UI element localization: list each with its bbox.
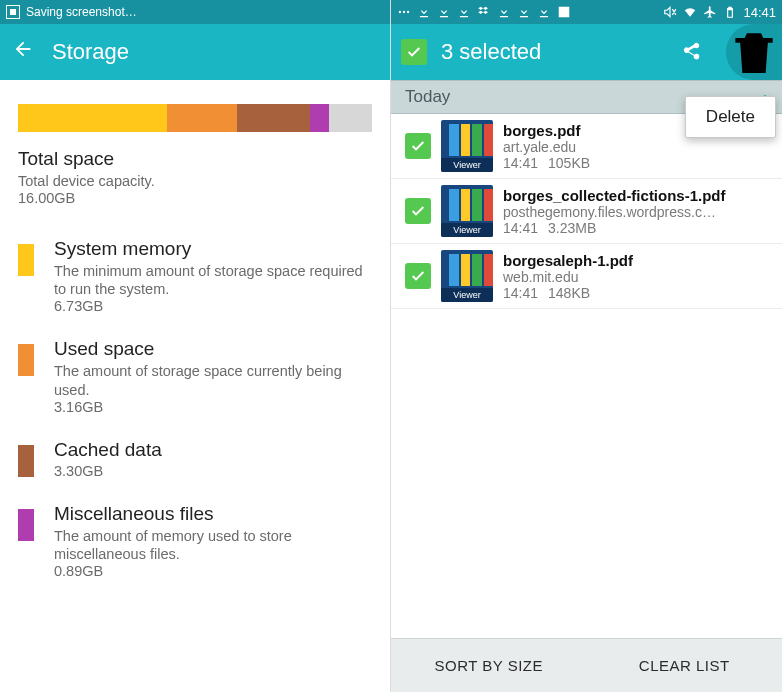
mute-icon xyxy=(663,5,677,19)
download-icon xyxy=(517,5,531,19)
storage-item-title: System memory xyxy=(54,238,372,260)
thumb-label: Viewer xyxy=(441,158,493,172)
file-thumbnail: Viewer xyxy=(441,185,493,237)
color-swatch xyxy=(18,445,34,477)
status-icons-left xyxy=(397,5,571,19)
file-thumbnail: Viewer xyxy=(441,120,493,172)
svg-point-1 xyxy=(403,11,405,13)
clock-text: 14:41 xyxy=(743,5,776,20)
selection-app-bar: 3 selected xyxy=(391,24,782,80)
file-size: 3.23MB xyxy=(548,220,596,236)
file-time: 14:41 xyxy=(503,155,538,171)
footer-bar: SORT BY SIZE CLEAR LIST xyxy=(391,638,782,692)
file-row[interactable]: Viewerborgesaleph-1.pdfweb.mit.edu14:411… xyxy=(391,244,782,309)
select-all-checkbox[interactable] xyxy=(401,39,427,65)
storage-item-value: 6.73GB xyxy=(54,298,372,314)
file-checkbox[interactable] xyxy=(405,133,431,159)
download-icon xyxy=(417,5,431,19)
storage-items-list: System memoryThe minimum amount of stora… xyxy=(0,224,390,589)
app-bar: Storage xyxy=(0,24,390,80)
file-name: borgesaleph-1.pdf xyxy=(503,252,774,269)
back-button[interactable] xyxy=(12,38,34,66)
storage-settings-pane: Saving screenshot… Storage Total space T… xyxy=(0,0,391,692)
clear-list-button[interactable]: CLEAR LIST xyxy=(587,639,783,692)
storage-bar-segment xyxy=(167,104,237,132)
storage-bar-container xyxy=(0,80,390,142)
share-button[interactable] xyxy=(670,31,712,73)
file-time: 14:41 xyxy=(503,285,538,301)
wifi-icon xyxy=(683,5,697,19)
delete-menu-item[interactable]: Delete xyxy=(685,96,776,138)
download-icon xyxy=(457,5,471,19)
sort-by-size-button[interactable]: SORT BY SIZE xyxy=(391,639,587,692)
file-size: 148KB xyxy=(548,285,590,301)
status-text: Saving screenshot… xyxy=(26,5,137,19)
svg-point-2 xyxy=(407,11,409,13)
storage-bar-segment xyxy=(18,104,167,132)
file-source: art.yale.edu xyxy=(503,139,774,155)
file-checkbox[interactable] xyxy=(405,263,431,289)
date-section-label: Today xyxy=(405,87,450,107)
thumb-label: Viewer xyxy=(441,288,493,302)
download-icon xyxy=(497,5,511,19)
status-icons-right: 14:41 xyxy=(663,5,776,20)
status-bar: Saving screenshot… xyxy=(0,0,390,24)
storage-item-value: 0.89GB xyxy=(54,563,372,579)
storage-item[interactable]: System memoryThe minimum amount of stora… xyxy=(0,224,390,324)
storage-item[interactable]: Used spaceThe amount of storage space cu… xyxy=(0,324,390,424)
delete-menu-label: Delete xyxy=(706,107,755,126)
storage-bar-segment xyxy=(237,104,310,132)
storage-item-title: Used space xyxy=(54,338,372,360)
storage-usage-bar xyxy=(18,104,372,132)
svg-point-0 xyxy=(399,11,401,13)
thumb-label: Viewer xyxy=(441,223,493,237)
download-icon xyxy=(537,5,551,19)
file-source: posthegemony.files.wordpress.c… xyxy=(503,204,774,220)
selection-count: 3 selected xyxy=(441,39,541,65)
file-row[interactable]: Viewerborges_collected-fictions-1.pdfpos… xyxy=(391,179,782,244)
storage-item-value: 3.30GB xyxy=(54,463,372,479)
storage-item-title: Cached data xyxy=(54,439,372,461)
total-space-desc: Total device capacity. xyxy=(18,172,372,190)
storage-item-desc: The amount of memory used to store misce… xyxy=(54,527,372,563)
status-bar: 14:41 xyxy=(391,0,782,24)
airplane-icon xyxy=(703,5,717,19)
storage-bar-segment xyxy=(310,104,330,132)
download-icon xyxy=(437,5,451,19)
file-size: 105KB xyxy=(548,155,590,171)
storage-item-desc: The minimum amount of storage space requ… xyxy=(54,262,372,298)
total-space-section[interactable]: Total space Total device capacity. 16.00… xyxy=(0,142,390,224)
dropbox-icon xyxy=(477,5,491,19)
battery-icon xyxy=(723,5,737,19)
delete-button[interactable] xyxy=(726,24,782,80)
total-space-value: 16.00GB xyxy=(18,190,372,206)
file-time: 14:41 xyxy=(503,220,538,236)
storage-item-title: Miscellaneous files xyxy=(54,503,372,525)
file-name: borges_collected-fictions-1.pdf xyxy=(503,187,774,204)
file-source: web.mit.edu xyxy=(503,269,774,285)
storage-item-desc: The amount of storage space currently be… xyxy=(54,362,372,398)
color-swatch xyxy=(18,244,34,276)
file-list: Viewerborges.pdfart.yale.edu14:41105KBVi… xyxy=(391,114,782,309)
file-thumbnail: Viewer xyxy=(441,250,493,302)
file-checkbox[interactable] xyxy=(405,198,431,224)
color-swatch xyxy=(18,344,34,376)
downloads-pane: 14:41 3 selected Today Delete Viewerborg… xyxy=(391,0,782,692)
storage-item[interactable]: Miscellaneous filesThe amount of memory … xyxy=(0,489,390,589)
storage-item-value: 3.16GB xyxy=(54,399,372,415)
storage-item[interactable]: Cached data3.30GB xyxy=(0,425,390,489)
storage-bar-free xyxy=(329,104,372,132)
more-icon xyxy=(397,5,411,19)
page-title: Storage xyxy=(52,39,129,65)
image-icon xyxy=(557,5,571,19)
color-swatch xyxy=(18,509,34,541)
total-space-title: Total space xyxy=(18,148,372,170)
screenshot-icon xyxy=(6,5,20,19)
